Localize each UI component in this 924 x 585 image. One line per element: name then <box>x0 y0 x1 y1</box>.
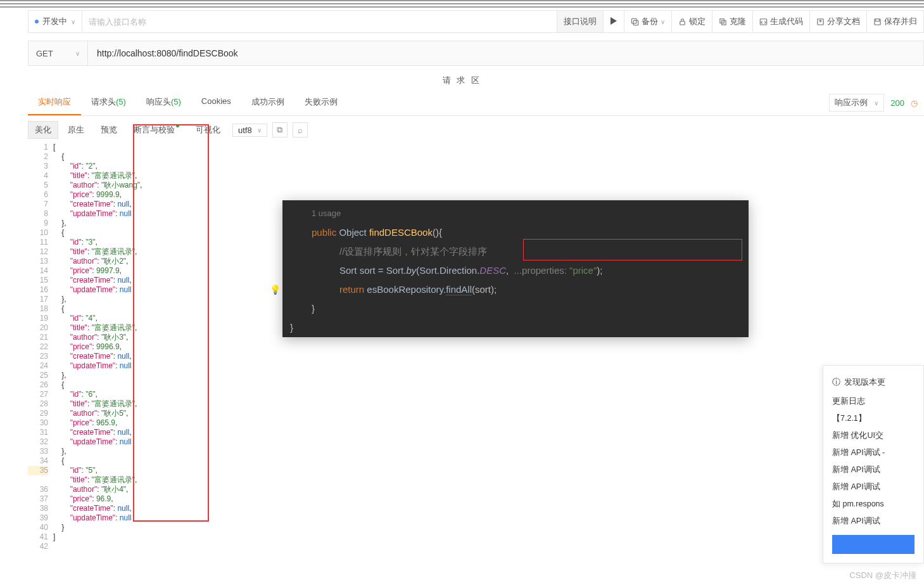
play-icon <box>610 17 617 27</box>
ide-line-3: Sort sort = Sort.by(Sort.Direction.DESC,… <box>282 261 749 280</box>
api-description-button[interactable]: 接口说明 <box>557 11 603 32</box>
tab-success-example[interactable]: 成功示例 <box>241 90 294 115</box>
notif-item: 新增 优化UI交 <box>832 428 923 443</box>
http-method-label: GET <box>36 49 53 58</box>
tab-request-headers[interactable]: 请求头(5) <box>81 90 136 115</box>
notif-item: 新增 API调试 <box>832 462 923 477</box>
encoding-selector[interactable]: utf8∨ <box>232 124 267 137</box>
notif-changelog-label: 更新日志 <box>832 394 923 409</box>
request-section-label: 请 求 区 <box>0 66 924 90</box>
hamburger-menu-icon[interactable] <box>0 0 924 8</box>
svg-rect-1 <box>633 20 638 25</box>
run-button[interactable] <box>603 11 624 32</box>
http-method-selector[interactable]: GET ∨ <box>28 41 88 66</box>
request-url-row: GET ∨ <box>28 41 924 66</box>
clock-icon: ◷ <box>911 98 918 108</box>
beautify-button[interactable]: 美化 <box>28 121 58 139</box>
json-code-body: [ { "id": "2", "title": "富婆通讯录", "author… <box>53 143 142 551</box>
search-icon: ⌕ <box>298 125 303 135</box>
visualize-button[interactable]: 可视化 <box>189 121 227 139</box>
code-icon <box>759 18 768 26</box>
line-number-gutter: 1 2 3 4 5 6 7 8 9 10 11 12 13 14 15 16 1… <box>28 143 53 551</box>
svg-rect-2 <box>680 21 685 25</box>
copy-button[interactable]: ⧉ <box>272 122 288 138</box>
save-button[interactable]: 保存并归 <box>866 11 923 32</box>
ide-line-1: public Object findDESCBook(){ <box>282 223 749 242</box>
raw-button[interactable]: 原生 <box>61 121 91 139</box>
copy-icon: ⧉ <box>277 125 282 135</box>
ide-line-4: 💡 return esBookRepository.findAll(sort); <box>282 280 749 299</box>
response-example-selector[interactable]: 响应示例∨ <box>829 94 884 112</box>
usages-hint: 1 usage <box>282 204 749 223</box>
status-code: 200 <box>890 98 904 108</box>
tab-response-headers[interactable]: 响应头(5) <box>136 90 191 115</box>
generate-code-button[interactable]: 生成代码 <box>752 11 809 32</box>
chevron-down-icon: ∨ <box>71 18 75 25</box>
chevron-down-icon: ∨ <box>75 50 80 57</box>
ide-line-2: //设置排序规则，针对某个字段排序 <box>282 242 749 261</box>
top-toolbar: 开发中 ∨ 接口说明 备份∨ 锁定 克隆 生成代码 分享文档 保存并归 <box>28 10 924 33</box>
clone-button[interactable]: 克隆 <box>712 11 752 32</box>
url-input[interactable] <box>88 41 924 66</box>
backup-icon <box>631 18 639 26</box>
status-dot-icon <box>35 20 39 23</box>
dev-status-selector[interactable]: 开发中 ∨ <box>28 11 82 32</box>
response-sub-toolbar: 美化 原生 预览 断言与校验 可视化 utf8∨ ⧉ ⌕ <box>28 120 924 140</box>
notif-item: 如 pm.respons <box>832 496 923 511</box>
preview-button[interactable]: 预览 <box>94 121 124 139</box>
notif-item: 新增 API调试 - <box>832 445 923 460</box>
tab-realtime-response[interactable]: 实时响应 <box>28 90 81 115</box>
save-icon <box>873 18 882 26</box>
info-icon: ⓘ <box>832 375 840 390</box>
clone-icon <box>719 18 727 26</box>
share-doc-button[interactable]: 分享文档 <box>809 11 866 32</box>
notif-item: 新增 API调试 <box>832 513 923 529</box>
watermark: CSDN @皮卡冲撞 <box>849 570 916 581</box>
share-icon <box>816 18 825 26</box>
tab-failure-example[interactable]: 失败示例 <box>294 90 348 115</box>
notif-title: ⓘ发现版本更 <box>832 375 923 390</box>
svg-rect-0 <box>631 18 636 23</box>
chevron-down-icon: ∨ <box>661 18 665 25</box>
notif-action-button[interactable] <box>832 535 915 554</box>
ide-code-overlay: 1 usage public Object findDESCBook(){ //… <box>282 200 749 337</box>
bulb-icon: 💡 <box>270 280 281 299</box>
ide-line-5: } <box>282 299 749 318</box>
assert-validate-button[interactable]: 断言与校验 <box>127 121 186 139</box>
chevron-down-icon: ∨ <box>874 100 878 106</box>
lock-icon <box>678 18 687 26</box>
ide-line-6: } <box>282 318 749 337</box>
chevron-down-icon: ∨ <box>257 127 262 134</box>
search-button[interactable]: ⌕ <box>293 122 308 138</box>
response-tabs: 实时响应 请求头(5) 响应头(5) Cookies 成功示例 失败示例 响应示… <box>28 90 924 116</box>
tab-cookies[interactable]: Cookies <box>191 90 241 115</box>
topbar-actions: 接口说明 备份∨ 锁定 克隆 生成代码 分享文档 保存并归 <box>557 11 923 32</box>
backup-button[interactable]: 备份∨ <box>624 11 671 32</box>
lock-button[interactable]: 锁定 <box>671 11 712 32</box>
update-notification-panel: ⓘ发现版本更 更新日志 【7.2.1】 新增 优化UI交 新增 API调试 - … <box>823 365 924 563</box>
dev-status-label: 开发中 <box>42 16 67 27</box>
notif-item: 新增 API调试 <box>832 479 923 494</box>
notif-version: 【7.2.1】 <box>832 411 923 426</box>
api-name-input[interactable] <box>82 11 557 32</box>
